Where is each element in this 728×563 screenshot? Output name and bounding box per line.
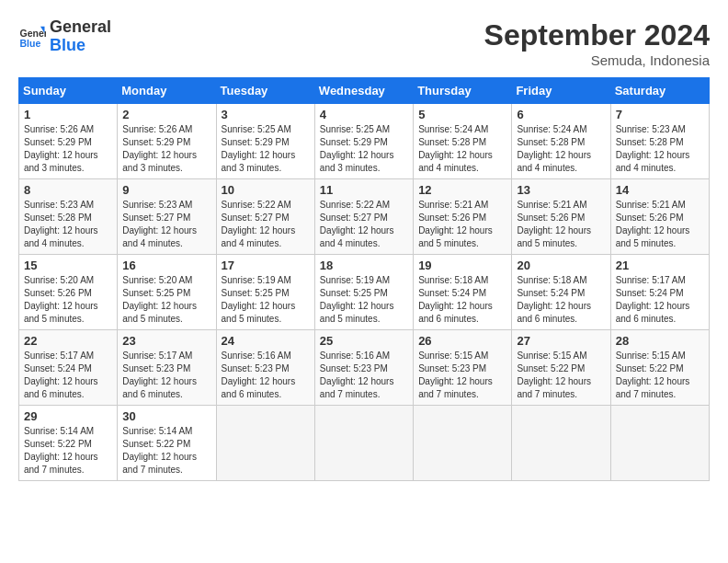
day-number: 27 bbox=[517, 334, 605, 348]
calendar-week-row: 8 Sunrise: 5:23 AM Sunset: 5:28 PM Dayli… bbox=[19, 179, 710, 255]
header-friday: Friday bbox=[512, 78, 610, 104]
day-number: 21 bbox=[616, 259, 704, 272]
calendar-cell: 26 Sunrise: 5:15 AM Sunset: 5:23 PM Dayl… bbox=[414, 330, 512, 406]
day-number: 3 bbox=[222, 108, 310, 121]
day-info: Sunrise: 5:20 AM Sunset: 5:25 PM Dayligh… bbox=[122, 274, 210, 326]
calendar-cell: 25 Sunrise: 5:16 AM Sunset: 5:23 PM Dayl… bbox=[314, 330, 413, 406]
calendar-cell: 24 Sunrise: 5:16 AM Sunset: 5:23 PM Dayl… bbox=[216, 330, 314, 406]
day-number: 23 bbox=[122, 334, 210, 348]
calendar-cell: 5 Sunrise: 5:24 AM Sunset: 5:28 PM Dayli… bbox=[414, 104, 512, 179]
calendar-cell bbox=[414, 406, 512, 481]
calendar-week-row: 15 Sunrise: 5:20 AM Sunset: 5:26 PM Dayl… bbox=[19, 255, 710, 330]
day-info: Sunrise: 5:15 AM Sunset: 5:22 PM Dayligh… bbox=[517, 350, 605, 401]
title-block: September 2024 Semuda, Indonesia bbox=[484, 18, 710, 68]
day-number: 24 bbox=[222, 334, 310, 348]
day-number: 1 bbox=[24, 108, 112, 121]
calendar-cell: 20 Sunrise: 5:18 AM Sunset: 5:24 PM Dayl… bbox=[512, 255, 610, 330]
day-number: 4 bbox=[320, 108, 408, 121]
calendar-week-row: 1 Sunrise: 5:26 AM Sunset: 5:29 PM Dayli… bbox=[19, 104, 710, 179]
day-number: 15 bbox=[24, 259, 112, 272]
day-number: 25 bbox=[320, 334, 408, 348]
location-subtitle: Semuda, Indonesia bbox=[484, 52, 710, 68]
day-number: 11 bbox=[320, 183, 408, 197]
calendar-cell: 11 Sunrise: 5:22 AM Sunset: 5:27 PM Dayl… bbox=[314, 179, 413, 255]
calendar-cell: 28 Sunrise: 5:15 AM Sunset: 5:22 PM Dayl… bbox=[610, 330, 709, 406]
day-info: Sunrise: 5:22 AM Sunset: 5:27 PM Dayligh… bbox=[320, 199, 408, 250]
day-info: Sunrise: 5:20 AM Sunset: 5:26 PM Dayligh… bbox=[24, 274, 112, 326]
day-info: Sunrise: 5:26 AM Sunset: 5:29 PM Dayligh… bbox=[24, 123, 112, 175]
page-header: General Blue General Blue September 2024… bbox=[18, 18, 710, 68]
day-number: 19 bbox=[418, 259, 506, 272]
svg-text:Blue: Blue bbox=[20, 38, 41, 49]
logo-icon: General Blue bbox=[18, 23, 46, 51]
calendar-cell: 13 Sunrise: 5:21 AM Sunset: 5:26 PM Dayl… bbox=[512, 179, 610, 255]
day-number: 30 bbox=[122, 409, 210, 423]
day-info: Sunrise: 5:18 AM Sunset: 5:24 PM Dayligh… bbox=[418, 274, 506, 326]
day-info: Sunrise: 5:16 AM Sunset: 5:23 PM Dayligh… bbox=[222, 350, 310, 401]
calendar-cell: 15 Sunrise: 5:20 AM Sunset: 5:26 PM Dayl… bbox=[19, 255, 118, 330]
day-info: Sunrise: 5:25 AM Sunset: 5:29 PM Dayligh… bbox=[320, 123, 408, 175]
calendar-cell: 19 Sunrise: 5:18 AM Sunset: 5:24 PM Dayl… bbox=[414, 255, 512, 330]
calendar-cell bbox=[512, 406, 610, 481]
day-number: 22 bbox=[24, 334, 112, 348]
day-info: Sunrise: 5:17 AM Sunset: 5:24 PM Dayligh… bbox=[616, 274, 704, 326]
day-number: 26 bbox=[418, 334, 506, 348]
day-number: 12 bbox=[418, 183, 506, 197]
calendar-cell: 4 Sunrise: 5:25 AM Sunset: 5:29 PM Dayli… bbox=[314, 104, 413, 179]
calendar-cell: 27 Sunrise: 5:15 AM Sunset: 5:22 PM Dayl… bbox=[512, 330, 610, 406]
day-info: Sunrise: 5:25 AM Sunset: 5:29 PM Dayligh… bbox=[222, 123, 310, 175]
day-number: 7 bbox=[616, 108, 704, 121]
calendar-cell: 7 Sunrise: 5:23 AM Sunset: 5:28 PM Dayli… bbox=[610, 104, 709, 179]
day-number: 9 bbox=[122, 183, 210, 197]
calendar-cell: 16 Sunrise: 5:20 AM Sunset: 5:25 PM Dayl… bbox=[118, 255, 216, 330]
day-info: Sunrise: 5:14 AM Sunset: 5:22 PM Dayligh… bbox=[122, 425, 210, 477]
day-number: 2 bbox=[122, 108, 210, 121]
calendar-header-row: Sunday Monday Tuesday Wednesday Thursday… bbox=[19, 78, 710, 104]
calendar-cell: 17 Sunrise: 5:19 AM Sunset: 5:25 PM Dayl… bbox=[216, 255, 314, 330]
calendar-cell: 2 Sunrise: 5:26 AM Sunset: 5:29 PM Dayli… bbox=[118, 104, 216, 179]
calendar-week-row: 22 Sunrise: 5:17 AM Sunset: 5:24 PM Dayl… bbox=[19, 330, 710, 406]
day-info: Sunrise: 5:21 AM Sunset: 5:26 PM Dayligh… bbox=[616, 199, 704, 250]
day-info: Sunrise: 5:23 AM Sunset: 5:28 PM Dayligh… bbox=[24, 199, 112, 250]
day-info: Sunrise: 5:15 AM Sunset: 5:23 PM Dayligh… bbox=[418, 350, 506, 401]
day-number: 29 bbox=[24, 409, 112, 423]
day-info: Sunrise: 5:17 AM Sunset: 5:24 PM Dayligh… bbox=[24, 350, 112, 401]
day-number: 20 bbox=[517, 259, 605, 272]
day-info: Sunrise: 5:17 AM Sunset: 5:23 PM Dayligh… bbox=[122, 350, 210, 401]
calendar-cell: 10 Sunrise: 5:22 AM Sunset: 5:27 PM Dayl… bbox=[216, 179, 314, 255]
calendar-cell: 3 Sunrise: 5:25 AM Sunset: 5:29 PM Dayli… bbox=[216, 104, 314, 179]
header-thursday: Thursday bbox=[414, 78, 512, 104]
day-info: Sunrise: 5:22 AM Sunset: 5:27 PM Dayligh… bbox=[222, 199, 310, 250]
day-number: 16 bbox=[122, 259, 210, 272]
header-sunday: Sunday bbox=[19, 78, 118, 104]
day-number: 28 bbox=[616, 334, 704, 348]
svg-text:General: General bbox=[20, 28, 47, 39]
month-title: September 2024 bbox=[484, 18, 710, 52]
day-info: Sunrise: 5:18 AM Sunset: 5:24 PM Dayligh… bbox=[517, 274, 605, 326]
header-saturday: Saturday bbox=[610, 78, 709, 104]
calendar-cell: 1 Sunrise: 5:26 AM Sunset: 5:29 PM Dayli… bbox=[19, 104, 118, 179]
calendar-cell: 18 Sunrise: 5:19 AM Sunset: 5:25 PM Dayl… bbox=[314, 255, 413, 330]
calendar-week-row: 29 Sunrise: 5:14 AM Sunset: 5:22 PM Dayl… bbox=[19, 406, 710, 481]
calendar-cell: 30 Sunrise: 5:14 AM Sunset: 5:22 PM Dayl… bbox=[118, 406, 216, 481]
day-info: Sunrise: 5:24 AM Sunset: 5:28 PM Dayligh… bbox=[517, 123, 605, 175]
calendar-cell bbox=[216, 406, 314, 481]
day-info: Sunrise: 5:14 AM Sunset: 5:22 PM Dayligh… bbox=[24, 425, 112, 477]
day-info: Sunrise: 5:19 AM Sunset: 5:25 PM Dayligh… bbox=[320, 274, 408, 326]
calendar-cell: 22 Sunrise: 5:17 AM Sunset: 5:24 PM Dayl… bbox=[19, 330, 118, 406]
day-number: 10 bbox=[222, 183, 310, 197]
calendar-cell: 29 Sunrise: 5:14 AM Sunset: 5:22 PM Dayl… bbox=[19, 406, 118, 481]
calendar-cell bbox=[610, 406, 709, 481]
calendar-table: Sunday Monday Tuesday Wednesday Thursday… bbox=[18, 77, 710, 481]
day-info: Sunrise: 5:23 AM Sunset: 5:27 PM Dayligh… bbox=[122, 199, 210, 250]
day-info: Sunrise: 5:15 AM Sunset: 5:22 PM Dayligh… bbox=[616, 350, 704, 401]
day-number: 17 bbox=[222, 259, 310, 272]
calendar-cell: 6 Sunrise: 5:24 AM Sunset: 5:28 PM Dayli… bbox=[512, 104, 610, 179]
day-number: 13 bbox=[517, 183, 605, 197]
day-number: 6 bbox=[517, 108, 605, 121]
day-info: Sunrise: 5:16 AM Sunset: 5:23 PM Dayligh… bbox=[320, 350, 408, 401]
day-number: 8 bbox=[24, 183, 112, 197]
calendar-cell bbox=[314, 406, 413, 481]
header-tuesday: Tuesday bbox=[216, 78, 314, 104]
calendar-cell: 23 Sunrise: 5:17 AM Sunset: 5:23 PM Dayl… bbox=[118, 330, 216, 406]
